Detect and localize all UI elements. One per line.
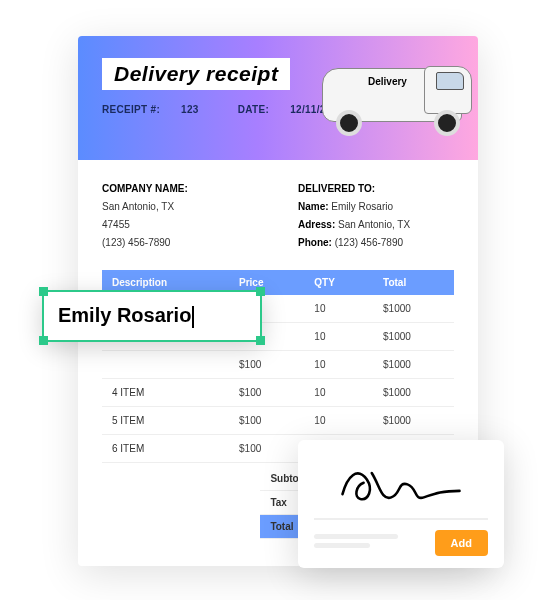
company-heading: COMPANY NAME:: [102, 180, 258, 198]
resize-handle-tr[interactable]: [256, 287, 265, 296]
signature-placeholder-lines: [314, 534, 427, 552]
cell-total: $1000: [373, 407, 454, 435]
resize-handle-bl[interactable]: [39, 336, 48, 345]
resize-handle-tl[interactable]: [39, 287, 48, 296]
cell-price: $100: [229, 435, 304, 463]
delivered-info: DELIVERED TO: Name: Emily Rosario Adress…: [298, 180, 454, 252]
cell-qty: 10: [304, 379, 373, 407]
add-button[interactable]: Add: [435, 530, 488, 556]
cell-qty: 10: [304, 323, 373, 351]
delivered-phone-label: Phone:: [298, 237, 332, 248]
van-label: Delivery: [368, 76, 407, 87]
receipt-date-label: DATE:: [238, 104, 269, 115]
signature-divider: [314, 518, 488, 520]
cell-qty: 10: [304, 407, 373, 435]
receipt-number-label: RECEIPT #:: [102, 104, 160, 115]
delivered-address-label: Adress:: [298, 219, 335, 230]
cell-total: $1000: [373, 323, 454, 351]
text-editor-field[interactable]: Emily Rosario: [42, 290, 262, 342]
cell-desc: 5 ITEM: [102, 407, 229, 435]
delivered-phone-value: (123) 456-7890: [335, 237, 403, 248]
receipt-title: Delivery receipt: [114, 62, 278, 85]
company-city: San Antonio, TX: [102, 198, 258, 216]
receipt-title-box: Delivery receipt: [102, 58, 290, 90]
delivered-heading: DELIVERED TO:: [298, 180, 454, 198]
delivered-name-label: Name:: [298, 201, 329, 212]
resize-handle-br[interactable]: [256, 336, 265, 345]
text-editor-content[interactable]: Emily Rosario: [58, 304, 194, 328]
cell-desc: [102, 351, 229, 379]
company-info: COMPANY NAME: San Antonio, TX 47455 (123…: [102, 180, 258, 252]
cell-qty: 10: [304, 351, 373, 379]
signature-footer: Add: [314, 530, 488, 556]
table-row: $10010$1000: [102, 351, 454, 379]
delivery-van-icon: Delivery: [312, 60, 472, 142]
cell-desc: 6 ITEM: [102, 435, 229, 463]
cell-total: $1000: [373, 379, 454, 407]
company-zip: 47455: [102, 216, 258, 234]
cell-price: $100: [229, 351, 304, 379]
receipt-header: Delivery receipt RECEIPT #: 123 DATE: 12…: [78, 36, 478, 160]
col-total: Total: [373, 270, 454, 295]
col-qty: QTY: [304, 270, 373, 295]
cell-total: $1000: [373, 295, 454, 323]
cell-desc: 4 ITEM: [102, 379, 229, 407]
table-row: 4 ITEM$10010$1000: [102, 379, 454, 407]
table-row: 5 ITEM$10010$1000: [102, 407, 454, 435]
cell-total: $1000: [373, 351, 454, 379]
signature-area[interactable]: [314, 454, 488, 518]
cell-price: $100: [229, 407, 304, 435]
text-cursor-icon: [192, 306, 194, 328]
cell-qty: 10: [304, 295, 373, 323]
receipt-number-value: 123: [181, 104, 199, 115]
delivered-name-value: Emily Rosario: [331, 201, 393, 212]
signature-stroke-icon: [336, 459, 466, 513]
editor-text: Emily Rosario: [58, 304, 191, 326]
company-phone: (123) 456-7890: [102, 234, 258, 252]
info-row: COMPANY NAME: San Antonio, TX 47455 (123…: [102, 180, 454, 252]
delivered-address-value: San Antonio, TX: [338, 219, 410, 230]
cell-price: $100: [229, 379, 304, 407]
signature-widget: Add: [298, 440, 504, 568]
